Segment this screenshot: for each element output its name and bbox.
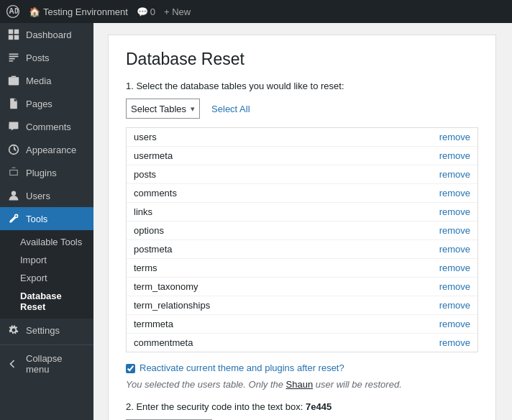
wp-logo	[6, 4, 20, 19]
sidebar-sub-available-tools[interactable]: Available Tools	[0, 233, 93, 251]
sidebar-item-users[interactable]: Users	[0, 184, 93, 207]
sidebar-item-label: Appearance	[26, 145, 76, 155]
info-text: You selected the users table. Only the S…	[126, 379, 478, 390]
tools-submenu: Available Tools Import Export Database R…	[0, 230, 93, 319]
tools-icon	[7, 212, 20, 225]
security-row: 2. Enter the security code into the text…	[126, 401, 478, 412]
sidebar-item-pages[interactable]: Pages	[0, 92, 93, 115]
svg-rect-4	[9, 77, 19, 85]
table-name: posts	[134, 169, 156, 180]
sidebar-item-settings[interactable]: Settings	[0, 319, 93, 342]
sidebar-item-plugins[interactable]: Plugins	[0, 161, 93, 184]
sidebar-item-label: Comments	[26, 122, 71, 132]
table-name: commentmeta	[134, 337, 193, 348]
pages-icon	[7, 97, 20, 110]
sidebar-item-comments[interactable]: Comments	[0, 115, 93, 138]
table-row: comments remove	[127, 184, 477, 203]
svg-rect-0	[9, 29, 13, 34]
remove-link[interactable]: remove	[439, 319, 470, 329]
table-row: posts remove	[127, 165, 477, 184]
collapse-menu-button[interactable]: Collapse menu	[0, 348, 93, 380]
remove-link[interactable]: remove	[439, 169, 470, 180]
select-tables-dropdown[interactable]: Select Tables ▾	[126, 99, 200, 119]
topbar: 🏠 Testing Environment 💬 0 + New	[0, 0, 512, 23]
select-row: Select Tables ▾ Select All	[126, 99, 478, 119]
table-name: links	[134, 206, 152, 217]
sidebar-sub-export[interactable]: Export	[0, 269, 93, 287]
page-title: Database Reset	[126, 50, 478, 69]
remove-link[interactable]: remove	[439, 150, 470, 161]
table-row: options remove	[127, 222, 477, 240]
settings-icon	[7, 324, 20, 337]
remove-link[interactable]: remove	[439, 188, 470, 198]
svg-rect-2	[9, 35, 13, 40]
table-row: term_taxonomy remove	[127, 278, 477, 296]
media-icon	[7, 74, 20, 87]
sidebar-item-label: Settings	[26, 325, 60, 336]
remove-link[interactable]: remove	[439, 262, 470, 273]
new-content-button[interactable]: + New	[164, 6, 191, 17]
sidebar-item-label: Dashboard	[26, 29, 72, 40]
table-name: options	[134, 225, 164, 236]
appearance-icon	[7, 143, 20, 156]
sidebar-item-label: Plugins	[26, 168, 57, 178]
table-name: term_taxonomy	[134, 281, 198, 292]
svg-rect-1	[14, 29, 19, 34]
comments-count[interactable]: 💬 0	[137, 6, 155, 17]
security-code-value: 7e445	[306, 401, 332, 412]
collapse-icon	[7, 357, 20, 370]
database-reset-card: Database Reset 1. Select the database ta…	[108, 35, 496, 420]
table-row: terms remove	[127, 259, 477, 278]
users-icon	[7, 189, 20, 202]
table-row: users remove	[127, 128, 477, 147]
reactivate-label[interactable]: Reactivate current theme and plugins aft…	[140, 362, 344, 373]
table-name: users	[134, 132, 157, 142]
table-row: termmeta remove	[127, 315, 477, 334]
sidebar-item-tools[interactable]: Tools	[0, 207, 93, 230]
reactivate-checkbox-row: Reactivate current theme and plugins aft…	[126, 362, 478, 373]
table-name: usermeta	[134, 150, 173, 161]
posts-icon	[7, 51, 20, 64]
dropdown-arrow-icon: ▾	[191, 104, 195, 114]
remove-link[interactable]: remove	[439, 225, 470, 236]
comments-icon	[7, 120, 20, 133]
plugins-icon	[7, 166, 20, 179]
table-row: term_relationships remove	[127, 296, 477, 315]
sidebar-sub-import[interactable]: Import	[0, 251, 93, 269]
sidebar: Dashboard Posts Media Pages Comments	[0, 23, 93, 420]
collapse-label: Collapse menu	[26, 353, 86, 375]
remove-link[interactable]: remove	[439, 337, 470, 348]
sidebar-item-media[interactable]: Media	[0, 69, 93, 92]
svg-rect-3	[14, 35, 19, 40]
table-name: termmeta	[134, 319, 173, 329]
reactivate-checkbox[interactable]	[126, 364, 135, 373]
sidebar-item-label: Tools	[26, 214, 47, 224]
select-all-link[interactable]: Select All	[211, 104, 250, 114]
remove-link[interactable]: remove	[439, 244, 470, 255]
remove-link[interactable]: remove	[439, 132, 470, 142]
table-row: links remove	[127, 203, 477, 222]
sidebar-item-dashboard[interactable]: Dashboard	[0, 23, 93, 46]
site-name[interactable]: 🏠 Testing Environment	[29, 6, 128, 17]
sidebar-item-posts[interactable]: Posts	[0, 46, 93, 69]
table-row: usermeta remove	[127, 147, 477, 165]
dashboard-icon	[7, 28, 20, 41]
sidebar-item-label: Media	[26, 76, 51, 86]
sidebar-item-label: Posts	[26, 52, 50, 63]
table-name: postmeta	[134, 244, 172, 255]
sidebar-item-label: Pages	[26, 99, 52, 109]
table-name: term_relationships	[134, 300, 210, 311]
table-name: terms	[134, 262, 157, 273]
table-row: postmeta remove	[127, 240, 477, 259]
main-content: Database Reset 1. Select the database ta…	[93, 23, 512, 420]
remove-link[interactable]: remove	[439, 281, 470, 292]
remove-link[interactable]: remove	[439, 206, 470, 217]
tables-list: users remove usermeta remove posts remov…	[126, 127, 478, 352]
svg-point-6	[12, 191, 16, 196]
remove-link[interactable]: remove	[439, 300, 470, 311]
sidebar-item-label: Users	[26, 191, 50, 201]
table-name: comments	[134, 188, 177, 198]
step1-label: 1. Select the database tables you would …	[126, 81, 478, 91]
sidebar-item-appearance[interactable]: Appearance	[0, 138, 93, 161]
sidebar-sub-database-reset[interactable]: Database Reset	[0, 287, 93, 316]
